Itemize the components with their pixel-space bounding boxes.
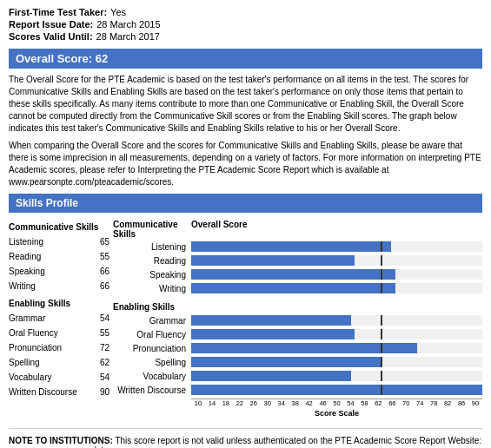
skill-value: 72 (100, 341, 113, 354)
bar-container (191, 255, 482, 266)
chart-bar-row: Listening (113, 240, 482, 253)
enabling-skills-left-header: Enabling Skills (9, 299, 113, 308)
scale-tick: 38 (289, 399, 302, 407)
overall-score-line (381, 315, 382, 326)
communicative-skills-list: Listening65Reading55Speaking66Writing66 (9, 234, 113, 293)
bar-wrapper (191, 269, 482, 280)
enabling-skill-row: Grammar54 (9, 311, 113, 326)
chart-bar-row: Grammar (113, 314, 482, 326)
enabling-bars: GrammarOral FluencyPronunciationSpelling… (113, 314, 482, 396)
page-container: First-Time Test Taker: Yes Report Issue … (0, 0, 491, 448)
overall-score-line (381, 385, 382, 395)
bar-container (191, 329, 482, 339)
bar (191, 357, 381, 367)
skill-name: Grammar (9, 312, 45, 325)
bar-container (191, 283, 482, 293)
skill-name: Pronunciation (9, 341, 62, 354)
skill-name: Spelling (9, 356, 40, 369)
chart-overall-header: Overall Score (191, 220, 482, 239)
scale-tick: 18 (219, 399, 233, 407)
overall-score-line (381, 371, 382, 381)
scores-valid-value: 28 March 2017 (96, 31, 160, 42)
scale-tick: 42 (302, 399, 316, 407)
scores-valid-row: Scores Valid Until: 28 March 2017 (9, 31, 482, 42)
bar (191, 255, 355, 266)
scale-tick: 34 (275, 399, 289, 407)
scale-tick: 26 (247, 399, 261, 407)
first-time-label: First-Time Test Taker: (9, 7, 107, 17)
scale-tick: 70 (399, 399, 413, 407)
bar-container (191, 357, 482, 367)
enabling-skill-row: Vocabulary54 (9, 370, 113, 385)
scale-tick: 14 (205, 399, 219, 407)
chart-comm-header: Communicative Skills (113, 220, 191, 239)
chart-bar-row: Writing (113, 282, 482, 294)
overall-score-line (381, 269, 382, 280)
first-time-row: First-Time Test Taker: Yes (9, 7, 482, 17)
bar (191, 371, 351, 381)
chart-bar-label: Oral Fluency (113, 330, 191, 339)
chart-bar-label: Pronunciation (113, 344, 191, 353)
enabling-skill-row: Pronunciation72 (9, 340, 113, 355)
bar-wrapper (191, 315, 482, 326)
overall-score-line (381, 255, 382, 266)
overall-score-line (381, 343, 382, 353)
chart-bar-row: Written Discourse (113, 384, 482, 396)
scale-tick: 90 (468, 399, 482, 407)
scale-tick: 78 (427, 399, 441, 407)
chart-bar-row: Vocabulary (113, 370, 482, 382)
chart-bar-row: Speaking (113, 268, 482, 280)
bar-container (191, 385, 482, 395)
bar-wrapper (191, 329, 482, 339)
chart-bar-row: Reading (113, 254, 482, 267)
bar (191, 269, 395, 280)
skill-name: Oral Fluency (9, 326, 58, 339)
scale-tick: 50 (330, 399, 344, 407)
scale-tick: 62 (371, 399, 385, 407)
scale-tick: 86 (455, 399, 468, 407)
chart-bar-label: Speaking (113, 270, 191, 280)
bar (191, 329, 355, 339)
skill-value: 65 (100, 235, 113, 248)
bar-wrapper (191, 283, 482, 293)
chart-bar-label: Written Discourse (113, 385, 191, 395)
skill-name: Written Discourse (9, 385, 77, 399)
score-scale-container: 1014182226303438424650545862667074788286… (191, 399, 482, 407)
skill-name: Speaking (9, 265, 45, 278)
skill-name: Writing (9, 280, 36, 293)
skill-value: 66 (100, 280, 113, 293)
bar-container (191, 241, 482, 252)
enabling-skill-row: Written Discourse90 (9, 385, 113, 399)
bar-container (191, 343, 482, 353)
comm-skills-left-header: Communicative Skills (9, 222, 113, 232)
comm-skill-row: Speaking66 (9, 264, 113, 279)
overall-score-line (381, 357, 382, 367)
overall-score-bar: Overall Score: 62 (9, 49, 482, 69)
overall-score-line (381, 329, 382, 339)
enabling-skills-chart-header-row: Enabling Skills (113, 300, 482, 313)
note-section: NOTE TO INSTITUTIONS: This score report … (9, 428, 482, 448)
scale-tick: 10 (191, 399, 205, 407)
bar-container (191, 315, 482, 326)
comm-skill-row: Reading55 (9, 249, 113, 264)
skills-profile-header: Skills Profile (9, 194, 482, 213)
scores-valid-label: Scores Valid Until: (9, 31, 93, 42)
skills-section: Communicative Skills Listening65Reading5… (9, 220, 482, 418)
chart-bar-label: Reading (113, 256, 191, 266)
comm-skill-row: Writing66 (9, 279, 113, 293)
description-2: When comparing the Overall Score and the… (9, 140, 482, 188)
overall-score-line (381, 283, 382, 293)
chart-bar-row: Pronunciation (113, 342, 482, 354)
bar (191, 283, 395, 293)
chart-bar-row: Spelling (113, 356, 482, 368)
skill-value: 55 (100, 250, 113, 263)
chart-panel: Communicative Skills Overall Score Liste… (113, 220, 482, 418)
enabling-skill-row: Spelling62 (9, 355, 113, 370)
description-1: The Overall Score for the PTE Academic i… (9, 74, 482, 135)
bar-wrapper (191, 357, 482, 367)
skill-value: 54 (100, 371, 113, 384)
score-scale-label: Score Scale (191, 409, 482, 418)
chart-bar-label: Vocabulary (113, 372, 191, 381)
scale-tick: 54 (343, 399, 357, 407)
scale-tick: 82 (441, 399, 455, 407)
